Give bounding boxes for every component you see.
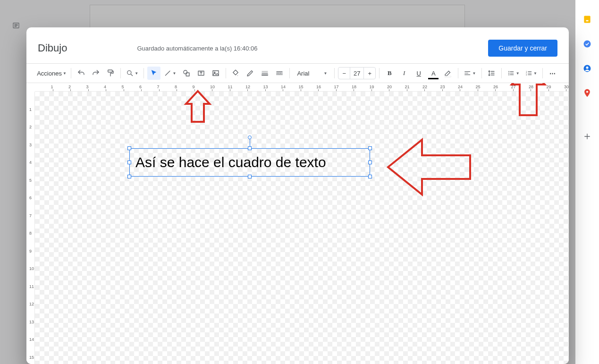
drawing-toolbar: Acciones▼ ▼ ▼ Arial▼ − 27 + B I U A ▼ <box>26 63 569 83</box>
select-tool[interactable] <box>147 67 160 80</box>
align-button[interactable]: ▼ <box>462 67 478 80</box>
resize-handle-sw[interactable] <box>127 175 131 178</box>
maps-icon[interactable] <box>582 88 592 98</box>
separator <box>458 68 458 78</box>
svg-rect-29 <box>445 76 452 77</box>
selected-textbox[interactable]: Así se hace el cuadro de texto <box>129 148 370 177</box>
border-weight-button[interactable] <box>258 67 271 80</box>
actions-label: Acciones <box>37 70 62 77</box>
svg-rect-5 <box>586 20 589 22</box>
separator <box>120 68 121 78</box>
resize-handle-n[interactable] <box>248 146 252 150</box>
separator <box>481 68 482 78</box>
resize-handle-e[interactable] <box>368 161 372 164</box>
chevron-down-icon: ▼ <box>533 71 537 76</box>
undo-button[interactable] <box>75 67 88 80</box>
modal-title: Dibujo <box>38 42 67 54</box>
modal-header: Dibujo Guardado automáticamente a la(s) … <box>26 27 569 63</box>
save-and-close-button[interactable]: Guardar y cerrar <box>488 40 557 57</box>
font-size-value[interactable]: 27 <box>350 68 364 79</box>
svg-rect-4 <box>584 16 590 23</box>
svg-point-8 <box>586 67 589 69</box>
separator <box>379 68 380 78</box>
chevron-down-icon: ▼ <box>323 71 327 76</box>
font-size-decrease[interactable]: − <box>338 70 350 77</box>
actions-menu[interactable]: Acciones▼ <box>36 67 67 80</box>
svg-line-15 <box>166 71 170 76</box>
chevron-down-icon: ▼ <box>173 71 177 76</box>
textbox-text: Así se hace el cuadro de texto <box>135 154 326 170</box>
separator <box>226 68 226 78</box>
font-family-select[interactable]: Arial▼ <box>293 70 331 77</box>
chevron-down-icon: ▼ <box>63 71 67 76</box>
more-options-button[interactable]: ⋯ <box>546 67 559 80</box>
resize-handle-ne[interactable] <box>368 146 372 150</box>
separator <box>71 68 71 78</box>
redo-button[interactable] <box>89 67 102 80</box>
canvas-area: 1234567891011121314151617181920212223242… <box>26 83 569 364</box>
svg-point-16 <box>184 70 187 74</box>
bold-button[interactable]: B <box>383 67 396 80</box>
resize-handle-w[interactable] <box>127 161 131 164</box>
chevron-down-icon: ▼ <box>135 71 138 76</box>
tasks-icon[interactable] <box>582 39 592 49</box>
chevron-down-icon: ▼ <box>472 71 476 76</box>
svg-point-6 <box>584 41 591 48</box>
separator <box>334 68 335 78</box>
svg-line-14 <box>131 74 132 76</box>
rotation-handle[interactable] <box>248 135 252 139</box>
font-name-label: Arial <box>297 70 309 77</box>
svg-point-9 <box>586 91 588 93</box>
line-spacing-button[interactable] <box>485 67 498 80</box>
border-color-button[interactable] <box>244 67 257 80</box>
separator <box>542 68 543 78</box>
highlight-color-button[interactable] <box>441 67 455 80</box>
svg-point-22 <box>214 72 215 73</box>
svg-rect-21 <box>213 71 219 76</box>
font-size-control: − 27 + <box>338 67 376 79</box>
border-dash-button[interactable] <box>273 67 286 80</box>
svg-rect-12 <box>108 70 112 72</box>
autosave-status: Guardado automáticamente a la(s) 16:40:0… <box>137 45 257 52</box>
font-size-increase[interactable]: + <box>364 70 375 77</box>
paint-format-button[interactable] <box>104 67 117 80</box>
svg-point-38 <box>508 74 509 75</box>
rotation-line <box>250 138 250 146</box>
numbered-list-button[interactable]: 123▼ <box>523 67 539 80</box>
svg-point-37 <box>508 73 509 74</box>
resize-handle-se[interactable] <box>368 175 372 178</box>
chevron-down-icon: ▼ <box>516 71 520 76</box>
contacts-icon[interactable] <box>582 63 592 74</box>
svg-point-36 <box>508 71 509 72</box>
underline-button[interactable]: U <box>412 67 425 80</box>
drawing-modal: Dibujo Guardado automáticamente a la(s) … <box>26 27 569 364</box>
textbox-tool[interactable] <box>194 67 208 80</box>
drawing-canvas[interactable]: Así se hace el cuadro de texto <box>35 92 569 364</box>
fill-color-button[interactable] <box>229 67 242 80</box>
annotation-arrow-up-small <box>181 89 214 128</box>
italic-button[interactable]: I <box>397 67 411 80</box>
image-tool[interactable] <box>209 67 222 80</box>
separator <box>143 68 144 78</box>
resize-handle-nw[interactable] <box>127 146 131 150</box>
keep-icon[interactable] <box>582 14 592 25</box>
text-color-button[interactable]: A <box>427 67 440 80</box>
line-tool[interactable]: ▼ <box>162 67 178 80</box>
bullet-list-button[interactable]: ▼ <box>505 67 521 80</box>
resize-handle-s[interactable] <box>248 175 252 178</box>
side-panel <box>575 0 599 364</box>
zoom-button[interactable]: ▼ <box>124 67 140 80</box>
horizontal-ruler: 1234567891011121314151617181920212223242… <box>35 83 569 92</box>
annotation-arrow-left <box>384 134 474 202</box>
separator <box>501 68 502 78</box>
separator <box>289 68 290 78</box>
add-addon-icon[interactable] <box>582 131 592 142</box>
svg-point-13 <box>127 71 131 75</box>
shape-tool[interactable] <box>180 67 193 80</box>
vertical-ruler: 123456789101112131415 <box>26 92 35 364</box>
svg-text:3: 3 <box>526 74 527 76</box>
